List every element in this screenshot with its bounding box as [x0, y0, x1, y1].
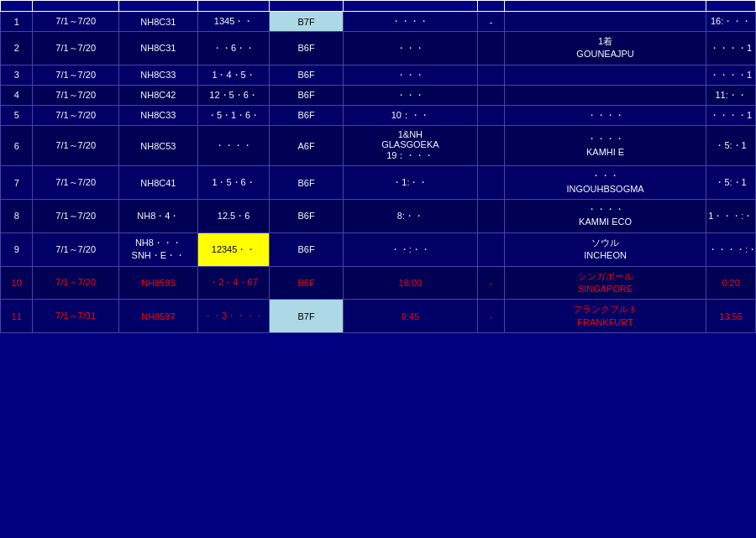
cell-origin: 8:45: [343, 300, 477, 333]
cell-aircraft: B6F: [270, 85, 344, 105]
header-no: [1, 1, 33, 12]
cell-no: 10: [1, 266, 33, 300]
cell-time: 16:・・・: [706, 12, 756, 32]
cell-time: ・・・・1: [706, 65, 756, 85]
cell-dash: [477, 85, 504, 105]
cell-aircraft: B6F: [270, 32, 344, 65]
header-dash: [477, 1, 504, 12]
flight-table: 17/1～7/20NH8C311345・・B7F・・・・-16:・・・27/1～…: [0, 0, 756, 333]
cell-dash: [477, 199, 504, 232]
cell-origin: ・・:・・: [343, 232, 477, 266]
cell-freq: 1345・・: [197, 12, 269, 32]
cell-flt: NH8597: [118, 300, 197, 333]
cell-flt: NH8C53: [118, 126, 197, 166]
cell-date: 7/1～7/20: [33, 32, 118, 65]
cell-origin: ・・・: [343, 85, 477, 105]
cell-date: 7/1～7/20: [33, 12, 118, 32]
cell-time: ・・・・1: [706, 105, 756, 125]
cell-destination: [504, 12, 706, 32]
cell-no: 3: [1, 65, 33, 85]
cell-dash: [477, 105, 504, 125]
cell-flt: NH8C33: [118, 65, 197, 85]
cell-freq: ・2・4・67: [197, 266, 269, 300]
cell-destination: ・・・・: [504, 105, 706, 125]
cell-dash: [477, 126, 504, 166]
cell-aircraft: B7F: [270, 300, 344, 333]
cell-freq: 12345・・: [197, 232, 269, 266]
cell-aircraft: B6F: [270, 232, 344, 266]
cell-destination: ソウル INCHEON: [504, 232, 706, 266]
cell-date: 7/1～7/20: [33, 105, 118, 125]
cell-destination: ・・・ INGOUHBSOGMA: [504, 166, 706, 200]
header-aircraft: [270, 1, 344, 12]
header-flt: [118, 1, 197, 12]
cell-time: 0:20: [706, 266, 756, 300]
cell-flt: NH8593: [118, 266, 197, 300]
cell-no: 4: [1, 85, 33, 105]
cell-date: 7/1～7/20: [33, 126, 118, 166]
cell-origin: 10：・・: [343, 105, 477, 125]
cell-dash: [477, 166, 504, 200]
cell-aircraft: A6F: [270, 126, 344, 166]
cell-freq: ・・3・・・・: [197, 300, 269, 333]
cell-no: 6: [1, 126, 33, 166]
cell-freq: 12.5・6: [197, 199, 269, 232]
cell-destination: [504, 85, 706, 105]
cell-freq: ・・6・・: [197, 32, 269, 65]
cell-time: 11:・・: [706, 85, 756, 105]
cell-time: ・5:・1: [706, 166, 756, 200]
cell-origin: 1&NH GLASGOEKA 19：・・・: [343, 126, 477, 166]
cell-date: 7/1～7/20: [33, 199, 118, 232]
cell-date: 7/1～7/20: [33, 85, 118, 105]
cell-flt: NH8・・・ SNH・E・・: [118, 232, 197, 266]
cell-destination: [504, 65, 706, 85]
cell-no: 11: [1, 300, 33, 333]
header-destination: [504, 1, 706, 12]
cell-dash: -: [477, 266, 504, 300]
cell-origin: ・・・: [343, 32, 477, 65]
cell-aircraft: B6F: [270, 105, 344, 125]
cell-origin: ・・・: [343, 65, 477, 85]
cell-date: 7/1～7/20: [33, 232, 118, 266]
cell-dash: [477, 32, 504, 65]
cell-dash: [477, 232, 504, 266]
cell-date: 7/1～7/20: [33, 65, 118, 85]
cell-dash: [477, 65, 504, 85]
cell-aircraft: B6F: [270, 199, 344, 232]
cell-time: 13:55: [706, 300, 756, 333]
cell-aircraft: B7F: [270, 12, 344, 32]
cell-flt: NH8・4・: [118, 199, 197, 232]
cell-no: 1: [1, 12, 33, 32]
cell-date: 7/1～7/20: [33, 166, 118, 200]
cell-freq: ・・・・: [197, 126, 269, 166]
cell-date: 7/1～7/31: [33, 300, 118, 333]
cell-destination: 1着 GOUNEAJPU: [504, 32, 706, 65]
cell-origin: ・・・・: [343, 12, 477, 32]
header-date: [33, 1, 118, 12]
cell-aircraft: B6F: [270, 266, 344, 300]
cell-origin: 18:00: [343, 266, 477, 300]
cell-no: 8: [1, 199, 33, 232]
cell-origin: ・1:・・: [343, 166, 477, 200]
cell-dash: -: [477, 300, 504, 333]
cell-freq: 1・4・5・: [197, 65, 269, 85]
cell-flt: NH8C31: [118, 12, 197, 32]
cell-aircraft: B6F: [270, 65, 344, 85]
cell-freq: 1・5・6・: [197, 166, 269, 200]
cell-flt: NH8C41: [118, 166, 197, 200]
cell-time: ・5:・1: [706, 126, 756, 166]
cell-freq: ・5・1・6・: [197, 105, 269, 125]
cell-aircraft: B6F: [270, 166, 344, 200]
header-time: [706, 1, 756, 12]
cell-time: 1・・・:・・: [706, 199, 756, 232]
cell-no: 7: [1, 166, 33, 200]
cell-flt: NH8C31: [118, 32, 197, 65]
cell-no: 2: [1, 32, 33, 65]
cell-flt: NH8C33: [118, 105, 197, 125]
cell-destination: フランクフルト FRANKFURT: [504, 300, 706, 333]
cell-date: 7/1～7/20: [33, 266, 118, 300]
header-origin: [343, 1, 477, 12]
cell-time: ・・・・1: [706, 32, 756, 65]
cell-dash: -: [477, 12, 504, 32]
cell-freq: 12・5・6・: [197, 85, 269, 105]
